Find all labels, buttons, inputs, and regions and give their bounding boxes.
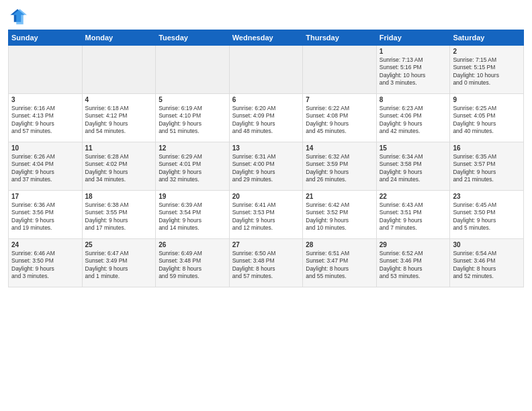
day-number: 24 xyxy=(11,241,79,248)
day-cell xyxy=(229,46,303,94)
day-number: 17 xyxy=(11,193,79,200)
day-cell: 6Sunrise: 6:20 AMSunset: 4:09 PMDaylight… xyxy=(229,94,303,142)
day-cell: 27Sunrise: 6:50 AMSunset: 3:48 PMDayligh… xyxy=(229,239,303,287)
day-cell: 24Sunrise: 6:46 AMSunset: 3:50 PMDayligh… xyxy=(9,239,83,287)
day-info: Sunrise: 6:34 AMSunset: 3:58 PMDaylight:… xyxy=(380,153,447,184)
day-cell: 14Sunrise: 6:32 AMSunset: 3:59 PMDayligh… xyxy=(303,142,377,191)
day-info: Sunrise: 6:23 AMSunset: 4:06 PMDaylight:… xyxy=(380,105,447,136)
day-cell: 20Sunrise: 6:41 AMSunset: 3:53 PMDayligh… xyxy=(229,191,303,239)
day-number: 29 xyxy=(380,241,447,248)
day-info: Sunrise: 6:43 AMSunset: 3:51 PMDaylight:… xyxy=(380,201,447,232)
day-cell xyxy=(303,46,377,94)
week-row-5: 24Sunrise: 6:46 AMSunset: 3:50 PMDayligh… xyxy=(9,239,524,287)
day-cell: 19Sunrise: 6:39 AMSunset: 3:54 PMDayligh… xyxy=(156,191,230,239)
day-cell: 16Sunrise: 6:35 AMSunset: 3:57 PMDayligh… xyxy=(450,142,524,191)
day-number: 14 xyxy=(306,144,373,152)
day-number: 18 xyxy=(85,193,153,200)
day-number: 28 xyxy=(306,241,373,248)
day-cell: 11Sunrise: 6:28 AMSunset: 4:02 PMDayligh… xyxy=(82,142,156,191)
day-info: Sunrise: 6:49 AMSunset: 3:48 PMDaylight:… xyxy=(159,250,226,281)
day-cell: 26Sunrise: 6:49 AMSunset: 3:48 PMDayligh… xyxy=(156,239,230,287)
day-number: 8 xyxy=(380,96,447,103)
day-number: 4 xyxy=(85,96,153,103)
day-info: Sunrise: 6:51 AMSunset: 3:47 PMDaylight:… xyxy=(306,250,373,281)
day-info: Sunrise: 6:38 AMSunset: 3:55 PMDaylight:… xyxy=(85,201,153,232)
day-number: 2 xyxy=(453,48,521,55)
header xyxy=(8,7,524,26)
day-cell: 2Sunrise: 7:15 AMSunset: 5:15 PMDaylight… xyxy=(450,46,524,94)
header-row: SundayMondayTuesdayWednesdayThursdayFrid… xyxy=(9,30,524,46)
day-number: 23 xyxy=(453,193,521,200)
day-cell xyxy=(9,46,83,94)
day-number: 3 xyxy=(11,96,79,103)
day-cell: 12Sunrise: 6:29 AMSunset: 4:01 PMDayligh… xyxy=(156,142,230,191)
day-number: 19 xyxy=(159,193,226,200)
day-header-friday: Friday xyxy=(376,30,450,46)
day-number: 10 xyxy=(11,144,79,152)
day-cell: 4Sunrise: 6:18 AMSunset: 4:12 PMDaylight… xyxy=(82,94,156,142)
day-number: 1 xyxy=(380,48,447,55)
day-number: 26 xyxy=(159,241,226,248)
day-cell: 29Sunrise: 6:52 AMSunset: 3:46 PMDayligh… xyxy=(376,239,450,287)
day-cell: 7Sunrise: 6:22 AMSunset: 4:08 PMDaylight… xyxy=(303,94,377,142)
day-info: Sunrise: 7:13 AMSunset: 5:16 PMDaylight:… xyxy=(380,56,447,87)
day-info: Sunrise: 6:31 AMSunset: 4:00 PMDaylight:… xyxy=(232,153,300,184)
day-info: Sunrise: 6:45 AMSunset: 3:50 PMDaylight:… xyxy=(453,201,521,232)
day-info: Sunrise: 6:35 AMSunset: 3:57 PMDaylight:… xyxy=(453,153,521,184)
week-row-1: 1Sunrise: 7:13 AMSunset: 5:16 PMDaylight… xyxy=(9,46,524,94)
day-info: Sunrise: 6:28 AMSunset: 4:02 PMDaylight:… xyxy=(85,153,153,184)
day-number: 21 xyxy=(306,193,373,200)
day-header-monday: Monday xyxy=(82,30,156,46)
day-cell xyxy=(156,46,230,94)
day-header-wednesday: Wednesday xyxy=(229,30,303,46)
day-header-tuesday: Tuesday xyxy=(156,30,230,46)
day-info: Sunrise: 6:42 AMSunset: 3:52 PMDaylight:… xyxy=(306,201,373,232)
day-number: 27 xyxy=(232,241,300,248)
day-cell: 13Sunrise: 6:31 AMSunset: 4:00 PMDayligh… xyxy=(229,142,303,191)
day-number: 12 xyxy=(159,144,226,152)
day-info: Sunrise: 6:39 AMSunset: 3:54 PMDaylight:… xyxy=(159,201,226,232)
calendar-table: SundayMondayTuesdayWednesdayThursdayFrid… xyxy=(8,30,524,287)
day-header-saturday: Saturday xyxy=(450,30,524,46)
day-cell: 15Sunrise: 6:34 AMSunset: 3:58 PMDayligh… xyxy=(376,142,450,191)
day-number: 7 xyxy=(306,96,373,103)
day-cell: 9Sunrise: 6:25 AMSunset: 4:05 PMDaylight… xyxy=(450,94,524,142)
day-number: 5 xyxy=(159,96,226,103)
day-info: Sunrise: 6:25 AMSunset: 4:05 PMDaylight:… xyxy=(453,105,521,136)
day-cell: 22Sunrise: 6:43 AMSunset: 3:51 PMDayligh… xyxy=(376,191,450,239)
day-number: 11 xyxy=(85,144,153,152)
day-header-sunday: Sunday xyxy=(9,30,83,46)
day-info: Sunrise: 6:52 AMSunset: 3:46 PMDaylight:… xyxy=(380,250,447,281)
day-number: 20 xyxy=(232,193,300,200)
day-number: 22 xyxy=(380,193,447,200)
day-cell: 1Sunrise: 7:13 AMSunset: 5:16 PMDaylight… xyxy=(376,46,450,94)
day-info: Sunrise: 6:26 AMSunset: 4:04 PMDaylight:… xyxy=(11,153,79,184)
week-row-2: 3Sunrise: 6:16 AMSunset: 4:13 PMDaylight… xyxy=(9,94,524,142)
day-info: Sunrise: 6:18 AMSunset: 4:12 PMDaylight:… xyxy=(85,105,153,136)
day-cell: 5Sunrise: 6:19 AMSunset: 4:10 PMDaylight… xyxy=(156,94,230,142)
day-cell: 23Sunrise: 6:45 AMSunset: 3:50 PMDayligh… xyxy=(450,191,524,239)
day-number: 15 xyxy=(380,144,447,152)
day-cell: 21Sunrise: 6:42 AMSunset: 3:52 PMDayligh… xyxy=(303,191,377,239)
day-number: 30 xyxy=(453,241,521,248)
day-cell: 3Sunrise: 6:16 AMSunset: 4:13 PMDaylight… xyxy=(9,94,83,142)
day-info: Sunrise: 6:22 AMSunset: 4:08 PMDaylight:… xyxy=(306,105,373,136)
day-info: Sunrise: 6:46 AMSunset: 3:50 PMDaylight:… xyxy=(11,250,79,281)
week-row-4: 17Sunrise: 6:36 AMSunset: 3:56 PMDayligh… xyxy=(9,191,524,239)
day-cell: 10Sunrise: 6:26 AMSunset: 4:04 PMDayligh… xyxy=(9,142,83,191)
day-cell: 18Sunrise: 6:38 AMSunset: 3:55 PMDayligh… xyxy=(82,191,156,239)
day-info: Sunrise: 6:16 AMSunset: 4:13 PMDaylight:… xyxy=(11,105,79,136)
day-info: Sunrise: 6:50 AMSunset: 3:48 PMDaylight:… xyxy=(232,250,300,281)
day-header-thursday: Thursday xyxy=(303,30,377,46)
day-cell: 28Sunrise: 6:51 AMSunset: 3:47 PMDayligh… xyxy=(303,239,377,287)
day-info: Sunrise: 6:19 AMSunset: 4:10 PMDaylight:… xyxy=(159,105,226,136)
day-number: 25 xyxy=(85,241,153,248)
day-cell: 8Sunrise: 6:23 AMSunset: 4:06 PMDaylight… xyxy=(376,94,450,142)
day-cell: 30Sunrise: 6:54 AMSunset: 3:46 PMDayligh… xyxy=(450,239,524,287)
logo-icon xyxy=(8,7,27,26)
day-info: Sunrise: 6:32 AMSunset: 3:59 PMDaylight:… xyxy=(306,153,373,184)
day-cell xyxy=(82,46,156,94)
day-info: Sunrise: 7:15 AMSunset: 5:15 PMDaylight:… xyxy=(453,56,521,87)
week-row-3: 10Sunrise: 6:26 AMSunset: 4:04 PMDayligh… xyxy=(9,142,524,191)
day-info: Sunrise: 6:20 AMSunset: 4:09 PMDaylight:… xyxy=(232,105,300,136)
